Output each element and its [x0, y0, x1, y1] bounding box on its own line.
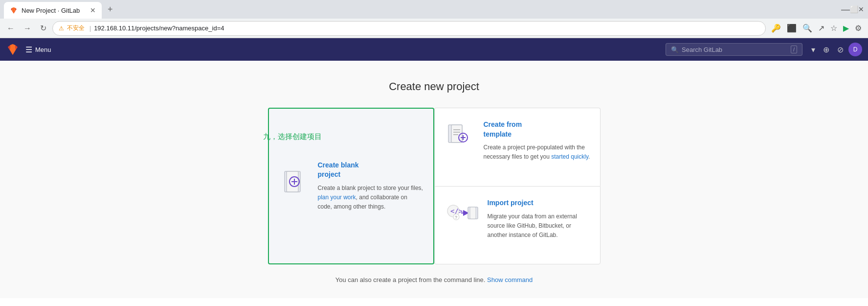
user-avatar[interactable]: D [848, 43, 862, 56]
browser-chrome: New Project · GitLab ✕ + — ⬜ ✕ ← → ↻ ⚠ 不… [0, 0, 868, 38]
issues-button[interactable]: ⊘ [834, 42, 846, 57]
svg-rect-19 [470, 207, 476, 219]
new-tab-button[interactable]: + [104, 2, 117, 17]
template-card-content: Create fromtemplate Create a project pre… [484, 120, 590, 162]
cards-grid: Create blankproject Create a blank proje… [268, 108, 601, 264]
key-icon[interactable]: 🔑 [769, 22, 783, 35]
started-quickly-link[interactable]: started quickly [551, 153, 588, 160]
blank-project-desc: Create a blank project to store your fil… [318, 184, 423, 212]
zoom-icon[interactable]: 🔍 [800, 22, 815, 35]
search-slash-shortcut: / [791, 46, 797, 53]
gitlab-ext-icon[interactable]: ▶ [841, 22, 851, 35]
template-desc: Create a project pre-populated with the … [484, 143, 590, 162]
hamburger-icon: ☰ [25, 45, 32, 54]
share-icon[interactable]: ↗ [816, 22, 827, 35]
show-command-link[interactable]: Show command [487, 276, 533, 283]
import-icon: </> ? [445, 198, 480, 232]
tab-title: New Project · GitLab [22, 7, 86, 14]
minimize-button[interactable]: — [841, 4, 850, 15]
blank-project-card-content: Create blankproject Create a blank proje… [318, 161, 423, 212]
create-blank-card[interactable]: Create blankproject Create a blank proje… [268, 108, 434, 264]
blank-project-title: Create blankproject [318, 161, 423, 180]
main-content: Create new project Create blankproject C… [0, 61, 868, 298]
import-project-card[interactable]: </> ? Import projec [434, 186, 601, 264]
create-from-template-card[interactable]: Create fromtemplate Create a project pre… [434, 108, 601, 186]
import-title: Import project [488, 198, 590, 208]
address-bar-row: ← → ↻ ⚠ 不安全 | 192.168.10.11/projects/new… [0, 19, 868, 38]
search-box[interactable]: 🔍 / [666, 43, 802, 56]
nav-icons: ▾ ⊕ ⊘ D [808, 42, 862, 57]
search-icon: 🔍 [671, 46, 679, 53]
gitlab-navbar: ☰ Menu 🔍 / ▾ ⊕ ⊘ D [0, 38, 868, 61]
separator: | [89, 25, 91, 32]
settings-icon[interactable]: ⚙ [852, 22, 864, 35]
footer-static-text: You can also create a project from the c… [335, 276, 486, 283]
url-text: 192.168.10.11/projects/new?namespace_id=… [94, 24, 759, 32]
import-card-content: Import project Migrate your data from an… [488, 198, 590, 240]
plan-work-link[interactable]: plan your work [318, 194, 356, 201]
tab-favicon [10, 6, 18, 14]
menu-label: Menu [35, 46, 51, 53]
svg-text:?: ? [455, 215, 457, 220]
bookmark-icon[interactable]: ☆ [828, 22, 840, 35]
tab-close-button[interactable]: ✕ [90, 6, 96, 14]
tab-bar: New Project · GitLab ✕ + — ⬜ ✕ [0, 0, 868, 19]
address-bar[interactable]: ⚠ 不安全 | 192.168.10.11/projects/new?names… [52, 21, 766, 36]
search-input[interactable] [682, 46, 788, 53]
create-new-button[interactable]: ⊕ [820, 42, 832, 57]
cast-icon[interactable]: ⬛ [784, 22, 799, 35]
page-title: Create new project [389, 80, 479, 93]
import-desc: Migrate your data from an external sourc… [488, 212, 590, 240]
security-warning-icon: ⚠ [59, 25, 64, 32]
template-icon [445, 120, 476, 153]
notifications-dropdown[interactable]: ▾ [808, 42, 818, 57]
template-title: Create fromtemplate [484, 120, 590, 139]
close-button[interactable]: ✕ [858, 5, 864, 13]
toolbar-icons: 🔑 ⬛ 🔍 ↗ ☆ ▶ ⚙ [769, 22, 864, 35]
security-warning-text: 不安全 [67, 24, 85, 32]
blank-project-icon [279, 167, 310, 205]
back-button[interactable]: ← [4, 22, 18, 35]
menu-toggle-button[interactable]: ☰ Menu [25, 45, 51, 54]
active-tab[interactable]: New Project · GitLab ✕ [4, 2, 102, 19]
footer-text: You can also create a project from the c… [335, 276, 533, 283]
forward-button[interactable]: → [21, 22, 34, 35]
maximize-button[interactable]: ⬜ [850, 5, 858, 13]
gitlab-logo[interactable] [6, 43, 20, 56]
reload-button[interactable]: ↻ [37, 22, 49, 35]
